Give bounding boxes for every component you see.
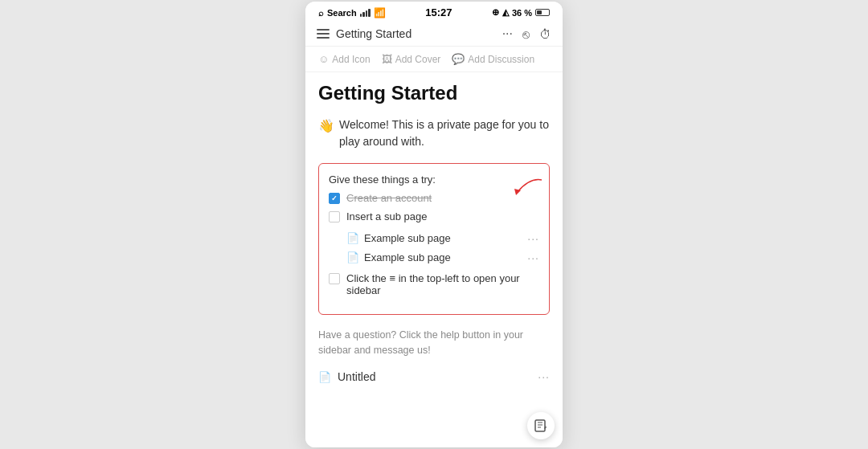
sub-page-label-2: Example sub page: [364, 251, 451, 263]
history-icon[interactable]: ⏱: [539, 27, 551, 41]
status-left: ⌕ Search 📶: [318, 7, 386, 18]
top-nav-left: Getting Started: [317, 27, 411, 40]
add-cover-label: Add Cover: [395, 54, 441, 65]
welcome-section: 👋 Welcome! This is a private page for yo…: [318, 116, 550, 150]
untitled-page-label: Untitled: [338, 370, 375, 383]
checkbox-create-account[interactable]: [329, 193, 340, 204]
page-title: Getting Started: [318, 82, 550, 105]
help-text: Have a question? Click the help button i…: [318, 328, 550, 358]
sidebar-label: Click the ≡ in the top-left to open your…: [346, 272, 539, 296]
wave-emoji: 👋: [318, 116, 334, 150]
comment-icon: 💬: [452, 53, 465, 65]
try-card: Give these things a try: Create an accou…: [318, 163, 550, 315]
checkbox-sub-page[interactable]: [329, 211, 340, 222]
battery-label: 36 %: [512, 8, 532, 18]
add-icon-button[interactable]: ☺ Add Icon: [318, 53, 371, 65]
signal-icon: [360, 9, 371, 17]
main-content: Getting Started 👋 Welcome! This is a pri…: [305, 72, 563, 447]
create-account-row: Create an account: [329, 192, 539, 204]
more-icon-sub-page-1[interactable]: ···: [527, 232, 539, 245]
smiley-icon: ☺: [318, 53, 329, 65]
add-discussion-label: Add Discussion: [468, 54, 534, 65]
status-right: ⊕ ◭ 36 %: [492, 7, 550, 18]
status-bar: ⌕ Search 📶 15:27 ⊕ ◭ 36 %: [305, 2, 563, 22]
carrier-label: Search: [327, 8, 357, 18]
image-icon: 🖼: [382, 53, 392, 65]
search-icon: ⌕: [318, 8, 324, 18]
more-icon-sub-page-2[interactable]: ···: [527, 251, 539, 264]
content-wrapper: Getting Started 👋 Welcome! This is a pri…: [305, 72, 563, 447]
sub-page-label: Insert a sub page: [346, 210, 427, 222]
top-nav: Getting Started ··· ⎋ ⏱: [305, 22, 563, 47]
doc-icon-1: 📄: [346, 232, 359, 244]
more-options-icon[interactable]: ···: [502, 27, 513, 41]
sub-pages-list: 📄 Example sub page ··· 📄 Example sub pag…: [346, 229, 539, 267]
sub-page-left-1: 📄 Example sub page: [346, 232, 451, 244]
create-account-label: Create an account: [346, 192, 432, 204]
top-nav-right: ··· ⎋ ⏱: [502, 27, 551, 41]
arrow-annotation: [506, 176, 546, 204]
status-time: 15:27: [425, 6, 452, 18]
wifi-icon: 📶: [374, 7, 386, 18]
toolbar: ☺ Add Icon 🖼 Add Cover 💬 Add Discussion: [305, 47, 563, 72]
svg-line-5: [546, 427, 547, 427]
add-discussion-button[interactable]: 💬 Add Discussion: [452, 53, 534, 65]
untitled-page-item[interactable]: 📄 Untitled ···: [318, 367, 550, 386]
sub-page-label-1: Example sub page: [364, 232, 451, 244]
sub-page-item-1: 📄 Example sub page ···: [346, 229, 539, 248]
compose-fab[interactable]: [527, 412, 555, 439]
share-icon[interactable]: ⎋: [522, 27, 530, 41]
doc-icon-2: 📄: [346, 251, 359, 263]
svg-rect-1: [535, 420, 545, 431]
add-icon-label: Add Icon: [332, 54, 370, 65]
checkbox-sidebar[interactable]: [329, 273, 340, 284]
checklist-item-sidebar: Click the ≡ in the top-left to open your…: [329, 272, 539, 296]
nav-title: Getting Started: [336, 27, 411, 40]
navigation-icon: ◭: [502, 7, 509, 18]
checklist-item-sub-page: Insert a sub page: [329, 210, 539, 222]
welcome-text: Welcome! This is a private page for you …: [339, 116, 550, 150]
sub-page-left-2: 📄 Example sub page: [346, 251, 451, 263]
gps-icon: ⊕: [492, 7, 499, 18]
menu-button[interactable]: [317, 29, 330, 39]
battery-icon: [535, 9, 550, 16]
compose-icon: [534, 418, 548, 433]
sub-page-item-2: 📄 Example sub page ···: [346, 248, 539, 267]
untitled-page-left: 📄 Untitled: [318, 370, 375, 383]
untitled-doc-icon: 📄: [318, 371, 331, 383]
more-icon-untitled[interactable]: ···: [538, 370, 550, 383]
add-cover-button[interactable]: 🖼 Add Cover: [382, 53, 441, 65]
